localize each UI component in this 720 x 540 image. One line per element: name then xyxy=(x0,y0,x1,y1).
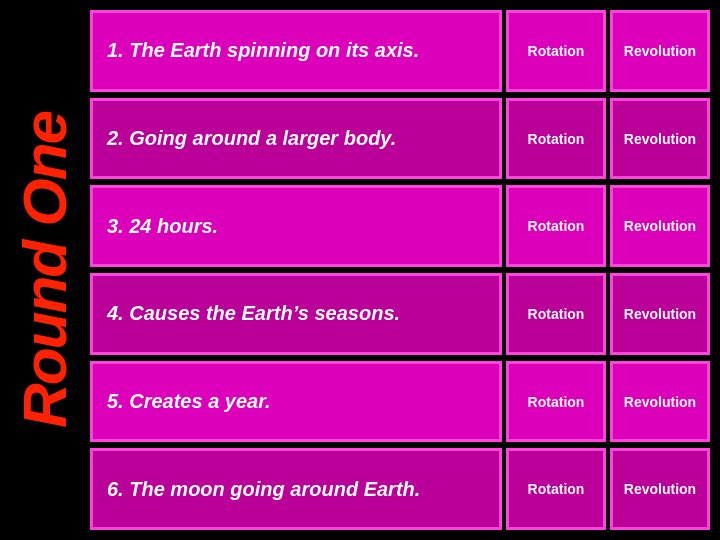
revolution-label-6: Revolution xyxy=(624,481,696,497)
question-text-2: 2. Going around a larger body. xyxy=(107,127,396,150)
rotation-label-3: Rotation xyxy=(528,218,585,234)
revolution-btn-6[interactable]: Revolution xyxy=(610,448,710,530)
rotation-label-2: Rotation xyxy=(528,131,585,147)
rotation-btn-1[interactable]: Rotation xyxy=(506,10,606,92)
row-4: 4. Causes the Earth’s seasons.RotationRe… xyxy=(90,273,710,355)
revolution-label-3: Revolution xyxy=(624,218,696,234)
row-6: 6. The moon going around Earth.RotationR… xyxy=(90,448,710,530)
revolution-label-5: Revolution xyxy=(624,394,696,410)
rotation-btn-4[interactable]: Rotation xyxy=(506,273,606,355)
rotation-label-6: Rotation xyxy=(528,481,585,497)
revolution-label-2: Revolution xyxy=(624,131,696,147)
question-cell-2: 2. Going around a larger body. xyxy=(90,98,502,180)
side-title-container: Round One xyxy=(0,0,90,540)
row-5: 5. Creates a year.RotationRevolution xyxy=(90,361,710,443)
rotation-btn-5[interactable]: Rotation xyxy=(506,361,606,443)
question-text-3: 3. 24 hours. xyxy=(107,215,218,238)
question-text-1: 1. The Earth spinning on its axis. xyxy=(107,39,419,62)
question-text-6: 6. The moon going around Earth. xyxy=(107,478,420,501)
rotation-btn-6[interactable]: Rotation xyxy=(506,448,606,530)
rotation-label-4: Rotation xyxy=(528,306,585,322)
row-1: 1. The Earth spinning on its axis.Rotati… xyxy=(90,10,710,92)
question-cell-1: 1. The Earth spinning on its axis. xyxy=(90,10,502,92)
side-title-text: Round One xyxy=(14,112,76,428)
revolution-btn-2[interactable]: Revolution xyxy=(610,98,710,180)
revolution-btn-5[interactable]: Revolution xyxy=(610,361,710,443)
revolution-label-4: Revolution xyxy=(624,306,696,322)
rotation-label-1: Rotation xyxy=(528,43,585,59)
revolution-btn-1[interactable]: Revolution xyxy=(610,10,710,92)
main-content: 1. The Earth spinning on its axis.Rotati… xyxy=(90,10,710,530)
row-2: 2. Going around a larger body.RotationRe… xyxy=(90,98,710,180)
revolution-btn-4[interactable]: Revolution xyxy=(610,273,710,355)
revolution-label-1: Revolution xyxy=(624,43,696,59)
rotation-label-5: Rotation xyxy=(528,394,585,410)
question-cell-3: 3. 24 hours. xyxy=(90,185,502,267)
revolution-btn-3[interactable]: Revolution xyxy=(610,185,710,267)
question-cell-4: 4. Causes the Earth’s seasons. xyxy=(90,273,502,355)
rotation-btn-2[interactable]: Rotation xyxy=(506,98,606,180)
rotation-btn-3[interactable]: Rotation xyxy=(506,185,606,267)
question-cell-6: 6. The moon going around Earth. xyxy=(90,448,502,530)
question-text-4: 4. Causes the Earth’s seasons. xyxy=(107,302,400,325)
question-text-5: 5. Creates a year. xyxy=(107,390,270,413)
row-3: 3. 24 hours.RotationRevolution xyxy=(90,185,710,267)
question-cell-5: 5. Creates a year. xyxy=(90,361,502,443)
